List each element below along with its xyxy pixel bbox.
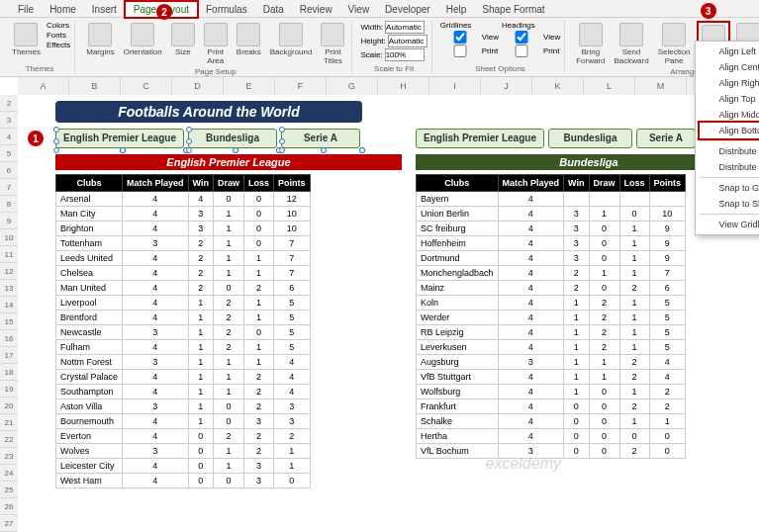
table-cell[interactable]: 1	[188, 310, 213, 325]
table-cell[interactable]: 1	[213, 251, 243, 266]
table-cell[interactable]: 0	[589, 429, 619, 444]
table-cell[interactable]: 1	[213, 370, 243, 385]
table-cell[interactable]: 10	[649, 207, 686, 222]
table-cell[interactable]: 1	[244, 340, 274, 355]
align-align-right[interactable]: Align Right	[696, 75, 759, 91]
table-cell[interactable]: 6	[649, 281, 686, 296]
table-cell[interactable]: 0	[213, 399, 243, 414]
row-header[interactable]: 22	[0, 431, 18, 448]
table-cell[interactable]: 0	[188, 444, 213, 459]
table-cell[interactable]: 4	[498, 340, 564, 355]
table-cell[interactable]: 9	[649, 236, 686, 251]
table-cell[interactable]: Werder	[417, 310, 499, 325]
table-cell[interactable]: Bournemouth	[56, 414, 123, 429]
table-cell[interactable]: 4	[123, 414, 189, 429]
table-cell[interactable]	[564, 192, 589, 207]
table-cell[interactable]: 1	[619, 414, 649, 429]
table-cell[interactable]	[619, 192, 649, 207]
table-cell[interactable]: 0	[649, 429, 686, 444]
row-header[interactable]: 11	[0, 246, 18, 263]
table-cell[interactable]: Dortmund	[417, 251, 499, 266]
table-cell[interactable]: 0	[589, 414, 619, 429]
table-cell[interactable]: 3	[123, 444, 189, 459]
table-cell[interactable]: 4	[498, 370, 564, 385]
table-cell[interactable]: 3	[498, 355, 564, 370]
table-cell[interactable]: SC freiburg	[417, 222, 499, 236]
table-cell[interactable]: 0	[213, 474, 243, 488]
selection-handle[interactable]	[186, 147, 192, 153]
table-cell[interactable]: Hertha	[417, 429, 499, 444]
table-cell[interactable]: 2	[213, 296, 243, 310]
table-cell[interactable]: 1	[244, 355, 274, 370]
tab-insert[interactable]: Insert	[84, 2, 125, 17]
table-cell[interactable]: 4	[123, 266, 189, 281]
align-align-top[interactable]: Align Top	[696, 91, 759, 107]
table-cell[interactable]: 1	[619, 385, 649, 399]
bring-forward-button[interactable]: Bring Forward	[573, 21, 608, 67]
table-cell[interactable]: 2	[619, 281, 649, 296]
table-cell[interactable]: 2	[213, 325, 243, 340]
table-cell[interactable]: Schalke	[417, 414, 499, 429]
table-cell[interactable]: 1	[619, 236, 649, 251]
colors-option[interactable]: Colors	[47, 21, 70, 30]
table-cell[interactable]: RB Leipzig	[417, 325, 499, 340]
table-cell[interactable]: 2	[619, 399, 649, 414]
table-cell[interactable]: 5	[649, 296, 686, 310]
selection-handle[interactable]	[279, 147, 285, 153]
table-cell[interactable]: 1	[619, 266, 649, 281]
table-cell[interactable]: 0	[589, 385, 619, 399]
table-cell[interactable]: 2	[244, 429, 274, 444]
row-header[interactable]: 12	[0, 263, 18, 280]
col-header[interactable]: L	[584, 77, 635, 95]
col-header[interactable]: K	[532, 77, 584, 95]
table-cell[interactable]: 1	[589, 355, 619, 370]
headings-view-checkbox[interactable]	[502, 31, 541, 44]
col-header[interactable]: H	[378, 77, 429, 95]
table-cell[interactable]: 1	[564, 310, 589, 325]
table-cell[interactable]: 6	[274, 281, 311, 296]
table-cell[interactable]: 4	[498, 222, 564, 236]
table-cell[interactable]: 1	[213, 236, 243, 251]
align-view-gridlines[interactable]: View Gridlines	[696, 217, 759, 232]
row-header[interactable]: 25	[0, 482, 18, 498]
table-cell[interactable]: 3	[564, 222, 589, 236]
table-cell[interactable]: Koln	[417, 296, 499, 310]
table-cell[interactable]: West Ham	[56, 474, 123, 488]
table-cell[interactable]: 2	[244, 399, 274, 414]
table-cell[interactable]: 0	[244, 325, 274, 340]
table-cell[interactable]: 2	[619, 370, 649, 385]
send-backward-button[interactable]: Send Backward	[612, 21, 652, 67]
background-button[interactable]: Background	[267, 21, 316, 58]
table-cell[interactable]: Aston Villa	[56, 399, 123, 414]
table-cell[interactable]: 5	[649, 325, 686, 340]
table-cell[interactable]: 5	[649, 340, 686, 355]
table-cell[interactable]: 0	[649, 444, 686, 459]
margins-button[interactable]: Margins	[83, 21, 117, 58]
table-cell[interactable]: 1	[188, 340, 213, 355]
table-cell[interactable]: 1	[213, 459, 243, 474]
table-cell[interactable]: 0	[274, 474, 311, 488]
table-cell[interactable]: Man City	[56, 207, 123, 222]
table-cell[interactable]: 2	[188, 236, 213, 251]
table-cell[interactable]: 1	[589, 207, 619, 222]
table-cell[interactable]: 2	[188, 266, 213, 281]
table-cell[interactable]: 1	[213, 222, 243, 236]
table-cell[interactable]: Liverpool	[56, 296, 123, 310]
table-cell[interactable]: 0	[244, 192, 274, 207]
align-snap-to-shape[interactable]: Snap to Shape	[696, 196, 759, 212]
selection-handle[interactable]	[53, 147, 59, 153]
align-distribute-vertically[interactable]: Distribute Vertically	[696, 159, 759, 175]
table-cell[interactable]: 1	[274, 459, 311, 474]
tab-help[interactable]: Help	[438, 2, 475, 17]
table-cell[interactable]: 0	[589, 281, 619, 296]
row-header[interactable]: 7	[0, 179, 18, 196]
table-cell[interactable]: 1	[564, 370, 589, 385]
table-cell[interactable]: 2	[619, 355, 649, 370]
table-cell[interactable]: 4	[498, 414, 564, 429]
table-cell[interactable]: 4	[498, 325, 564, 340]
shape-button[interactable]: English Premier League	[55, 129, 184, 148]
table-cell[interactable]: 0	[564, 444, 589, 459]
gridlines-view-checkbox[interactable]	[440, 31, 480, 44]
table-cell[interactable]: 4	[123, 251, 189, 266]
width-input[interactable]	[385, 21, 425, 34]
